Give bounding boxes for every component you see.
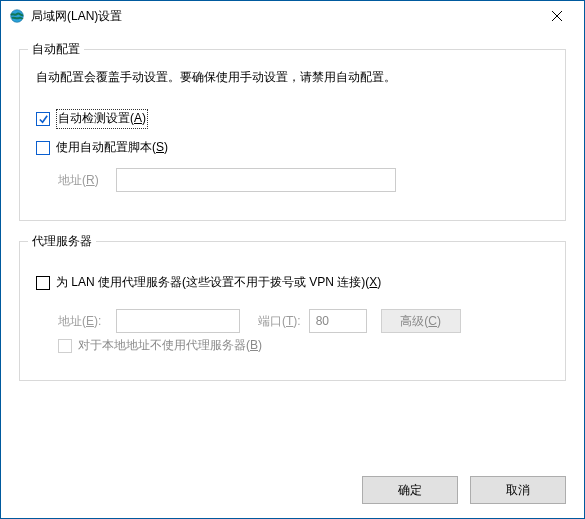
- label-use-script[interactable]: 使用自动配置脚本(S): [56, 139, 168, 156]
- label-use-proxy[interactable]: 为 LAN 使用代理服务器(这些设置不用于拨号或 VPN 连接)(X): [56, 274, 381, 291]
- label-script-address: 地址(R): [58, 172, 116, 189]
- input-script-address[interactable]: [116, 168, 396, 192]
- use-proxy-row: 为 LAN 使用代理服务器(这些设置不用于拨号或 VPN 连接)(X): [36, 274, 553, 291]
- checkbox-auto-detect[interactable]: [36, 112, 50, 126]
- svg-point-0: [11, 10, 24, 23]
- group-auto-config-legend: 自动配置: [28, 41, 84, 58]
- auto-detect-row: 自动检测设置(A): [36, 109, 553, 129]
- input-proxy-address[interactable]: [116, 309, 240, 333]
- label-bypass-local: 对于本地地址不使用代理服务器(B): [78, 337, 262, 354]
- dialog-content: 自动配置 自动配置会覆盖手动设置。要确保使用手动设置，请禁用自动配置。 自动检测…: [1, 31, 584, 464]
- label-proxy-port: 端口(T):: [258, 313, 301, 330]
- advanced-button[interactable]: 高级(C): [381, 309, 461, 333]
- ok-button[interactable]: 确定: [362, 476, 458, 504]
- label-auto-detect[interactable]: 自动检测设置(A): [56, 109, 148, 129]
- lan-settings-dialog: 局域网(LAN)设置 自动配置 自动配置会覆盖手动设置。要确保使用手动设置，请禁…: [0, 0, 585, 519]
- dialog-title: 局域网(LAN)设置: [31, 8, 536, 25]
- bypass-local-row: 对于本地地址不使用代理服务器(B): [36, 337, 553, 354]
- group-proxy: 代理服务器 为 LAN 使用代理服务器(这些设置不用于拨号或 VPN 连接)(X…: [19, 241, 566, 381]
- input-proxy-port[interactable]: [309, 309, 367, 333]
- group-proxy-legend: 代理服务器: [28, 233, 96, 250]
- group-auto-config: 自动配置 自动配置会覆盖手动设置。要确保使用手动设置，请禁用自动配置。 自动检测…: [19, 49, 566, 221]
- cancel-button[interactable]: 取消: [470, 476, 566, 504]
- checkbox-bypass-local[interactable]: [58, 339, 72, 353]
- checkbox-use-proxy[interactable]: [36, 276, 50, 290]
- titlebar: 局域网(LAN)设置: [1, 1, 584, 31]
- script-address-row: 地址(R): [36, 168, 553, 192]
- use-script-row: 使用自动配置脚本(S): [36, 139, 553, 156]
- close-button[interactable]: [536, 2, 578, 30]
- dialog-footer: 确定 取消: [1, 464, 584, 518]
- auto-config-description: 自动配置会覆盖手动设置。要确保使用手动设置，请禁用自动配置。: [36, 68, 553, 87]
- label-proxy-address: 地址(E):: [58, 313, 116, 330]
- checkbox-use-script[interactable]: [36, 141, 50, 155]
- globe-icon: [9, 8, 25, 24]
- proxy-address-row: 地址(E): 端口(T): 高级(C): [36, 309, 553, 333]
